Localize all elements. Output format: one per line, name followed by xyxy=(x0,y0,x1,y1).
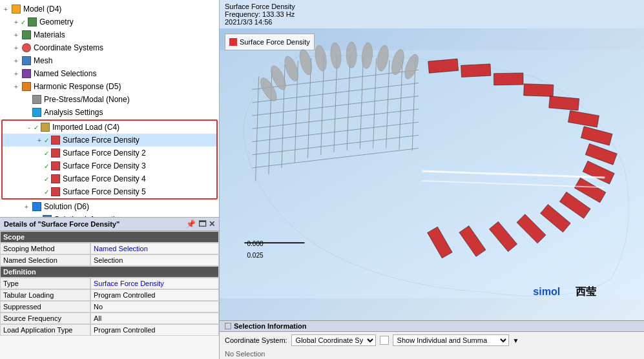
right-panel: Surface Force Density Frequency: 133.33 … xyxy=(220,0,644,359)
tree-label-coord-systems: Coordinate Systems xyxy=(34,43,103,52)
expand-icon-coord-systems[interactable]: + xyxy=(12,45,21,52)
show-individual-select[interactable]: Show Individual and Summa xyxy=(393,334,509,346)
item-icon-sfd1 xyxy=(50,134,61,146)
tree-item-analysis[interactable]: Analysis Settings xyxy=(0,106,219,119)
details-row-type: TypeSurface Force Density xyxy=(0,278,219,289)
tree-label-sfd1: Surface Force Density xyxy=(63,136,140,145)
expand-icon-harmonic[interactable]: + xyxy=(12,83,21,90)
tree-item-sfd1[interactable]: +✓Surface Force Density xyxy=(3,134,216,147)
tree-label-sfd3: Surface Force Density 3 xyxy=(63,161,146,170)
details-table: ScopeScoping MethodNamed SelectionNamed … xyxy=(0,231,219,336)
tree-item-geometry[interactable]: +✓Geometry xyxy=(0,15,219,28)
coord-system-label: Coordinate System: xyxy=(225,336,287,344)
item-icon-coord-systems xyxy=(21,42,32,54)
pin-icon[interactable]: 📌 xyxy=(186,220,196,229)
check-icon-sfd1: ✓ xyxy=(44,137,49,144)
item-icon-harmonic xyxy=(21,81,32,92)
item-icon-sfd5 xyxy=(50,186,61,198)
tree-item-sfd3[interactable]: ✓Surface Force Density 3 xyxy=(3,159,216,172)
tree-item-mesh[interactable]: +Mesh xyxy=(0,54,219,67)
coord-system-select[interactable]: Global Coordinate Sy xyxy=(291,334,376,346)
details-title: Details of "Surface Force Density" xyxy=(4,220,119,228)
left-panel: +Model (D4)+✓Geometry+Materials+Coordina… xyxy=(0,0,220,359)
details-key: Tabular Loading xyxy=(0,289,90,301)
expand-icon-mesh[interactable]: + xyxy=(12,57,21,65)
selection-row: Coordinate System: Global Coordinate Sy … xyxy=(220,332,644,349)
details-row-named-selection: Named SelectionSelection xyxy=(0,254,219,266)
tree-label-sfd4: Surface Force Density 4 xyxy=(63,174,146,183)
tree-item-solution[interactable]: +Solution (D6) xyxy=(0,200,219,213)
float-icon[interactable]: 🗔 xyxy=(198,220,206,229)
tree-item-sfd5[interactable]: ✓Surface Force Density 5 xyxy=(3,185,216,198)
svg-text:西莹: 西莹 xyxy=(576,285,597,297)
svg-rect-3 xyxy=(493,73,523,85)
imported-load-highlight: -✓Imported Load (C4)+✓Surface Force Dens… xyxy=(1,119,218,200)
tree-label-harmonic: Harmonic Response (D5) xyxy=(34,82,121,91)
details-row-tabular-loading: Tabular LoadingProgram Controlled xyxy=(0,289,219,301)
details-key: Named Selection xyxy=(0,254,90,266)
details-value: Surface Force Density xyxy=(90,278,219,289)
details-section-definition: Definition xyxy=(0,266,219,278)
selection-info: Selection Information Coordinate System:… xyxy=(220,320,644,359)
expand-icon-sfd1[interactable]: + xyxy=(35,137,44,144)
item-icon-mesh xyxy=(21,55,32,67)
tree-label-named-selections: Named Selections xyxy=(34,69,96,78)
check-icon-sfd2: ✓ xyxy=(44,150,49,157)
details-header-icons: 📌 🗔 ✕ xyxy=(186,220,215,229)
tree-label-geometry: Geometry xyxy=(39,17,74,26)
details-section-scope: Scope xyxy=(0,231,219,243)
tree-label-materials: Materials xyxy=(34,30,65,39)
details-value: Named Selection xyxy=(90,243,219,254)
svg-text:simol: simol xyxy=(533,285,560,297)
expand-icon-geometry[interactable]: + xyxy=(12,19,21,26)
details-value: Selection xyxy=(90,254,219,266)
tree-item-sfd2[interactable]: ✓Surface Force Density 2 xyxy=(3,147,216,159)
item-icon-analysis xyxy=(31,107,43,118)
svg-point-43 xyxy=(346,42,357,68)
tree-label-model: Model (D4) xyxy=(23,5,61,14)
expand-icon-solution[interactable]: + xyxy=(22,203,31,210)
item-icon-geometry xyxy=(26,16,38,28)
tree-item-sfd4[interactable]: ✓Surface Force Density 4 xyxy=(3,172,216,185)
svg-rect-2 xyxy=(461,64,491,77)
expand-icon-model[interactable]: + xyxy=(1,6,10,13)
check-icon-geometry: ✓ xyxy=(21,19,26,26)
dropdown-arrow-icon[interactable]: ▼ xyxy=(513,337,519,344)
expand-icon-materials[interactable]: + xyxy=(12,32,21,39)
details-row-load-application-type: Load Application TypeProgram Controlled xyxy=(0,324,219,336)
viewport-3d[interactable]: Surface Force Density xyxy=(220,28,644,320)
item-icon-imported-load xyxy=(39,121,51,133)
tree-item-named-selections[interactable]: +Named Selections xyxy=(0,67,219,80)
tree-item-prestress[interactable]: Pre-Stress/Modal (None) xyxy=(0,93,219,106)
viewport-title-line3: 2021/3/3 14:56 xyxy=(225,18,639,26)
check-icon-sfd4: ✓ xyxy=(44,176,49,183)
expand-icon-named-selections[interactable]: + xyxy=(12,70,21,77)
details-panel: Details of "Surface Force Density" 📌 🗔 ✕… xyxy=(0,217,219,359)
tree-item-imported-load[interactable]: -✓Imported Load (C4) xyxy=(3,121,216,134)
main-area: +Model (D4)+✓Geometry+Materials+Coordina… xyxy=(0,0,644,359)
tree-label-prestress: Pre-Stress/Modal (None) xyxy=(44,95,130,104)
check-icon-sfd5: ✓ xyxy=(44,189,49,196)
item-icon-named-selections xyxy=(21,68,32,79)
tree-item-coord-systems[interactable]: +Coordinate Systems xyxy=(0,41,219,54)
details-value: Program Controlled xyxy=(90,324,219,336)
expand-icon-imported-load[interactable]: - xyxy=(25,124,34,131)
mesh-visualization: 0.000 0.025 simol 西莹 xyxy=(220,28,644,320)
item-icon-sfd2 xyxy=(50,147,61,159)
details-header: Details of "Surface Force Density" 📌 🗔 ✕ xyxy=(0,218,219,231)
svg-rect-5 xyxy=(549,96,579,110)
details-key: Type xyxy=(0,278,90,289)
viewport-title-line2: Frequency: 133.33 Hz xyxy=(225,10,639,18)
checkbox-icon[interactable] xyxy=(380,336,389,345)
tree-item-model[interactable]: +Model (D4) xyxy=(0,3,219,15)
details-row-suppressed: SuppressedNo xyxy=(0,301,219,313)
item-icon-sfd4 xyxy=(50,173,61,185)
close-icon[interactable]: ✕ xyxy=(209,220,215,229)
tree-label-sfd2: Surface Force Density 2 xyxy=(63,149,146,158)
tree-item-materials[interactable]: +Materials xyxy=(0,28,219,41)
check-icon-imported-load: ✓ xyxy=(34,124,39,131)
tree-item-harmonic[interactable]: +Harmonic Response (D5) xyxy=(0,80,219,93)
details-value: All xyxy=(90,313,219,324)
svg-rect-4 xyxy=(524,84,554,97)
selection-info-header: Selection Information xyxy=(220,321,644,332)
